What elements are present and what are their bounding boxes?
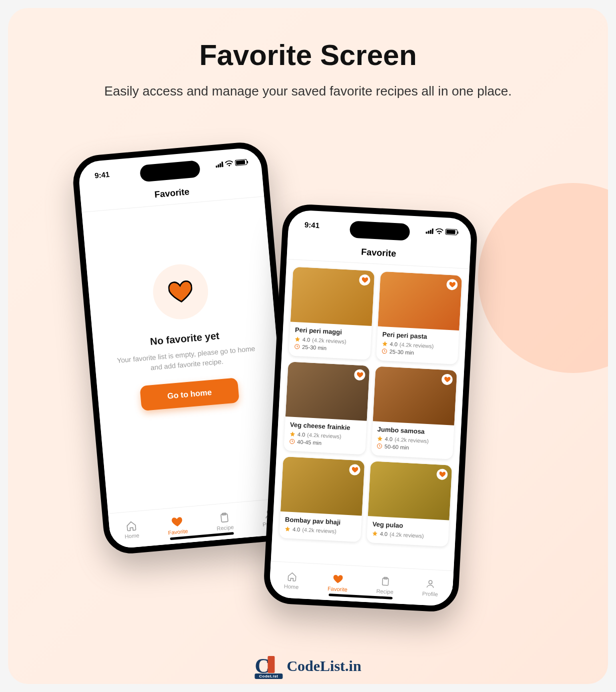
recipe-rating: 4.0	[385, 436, 393, 442]
nav-item-profile[interactable]: Profile	[422, 578, 438, 598]
recipe-card[interactable]: Peri peri maggi 4.0 (4.2k reviews) 25-30…	[288, 267, 374, 360]
nav-label: Favorite	[168, 528, 188, 536]
clipboard-icon	[218, 512, 230, 524]
wifi-icon	[225, 160, 234, 166]
recipe-reviews: (4.2k reviews)	[312, 337, 346, 345]
app-header-title: Favorite	[154, 186, 190, 200]
recipe-title: Jumbo samosa	[377, 426, 449, 436]
nav-label: Recipe	[216, 524, 234, 532]
recipe-title: Bombay pav bhaji	[285, 516, 357, 526]
recipe-rating: 4.0	[390, 341, 398, 348]
home-icon	[286, 571, 298, 582]
nav-label: Home	[284, 583, 299, 590]
signal-icon	[216, 162, 224, 168]
svg-point-9	[429, 580, 432, 584]
recipe-time: 25-30 min	[390, 348, 414, 356]
nav-item-recipe[interactable]: Recipe	[216, 512, 234, 532]
app-header-title: Favorite	[361, 247, 396, 260]
promo-canvas: Favorite Screen Easily access and manage…	[8, 8, 608, 684]
recipe-time: 40-45 min	[297, 438, 322, 446]
recipe-grid[interactable]: Peri peri maggi 4.0 (4.2k reviews) 25-30…	[272, 260, 469, 554]
recipe-card[interactable]: Veg cheese frainkie 4.0 (4.2k reviews) 4…	[284, 362, 370, 454]
recipe-rating: 4.0	[380, 530, 388, 537]
nav-label: Favorite	[328, 586, 348, 592]
status-time: 9:41	[304, 220, 320, 230]
heart-icon	[168, 280, 194, 304]
nav-label: Home	[124, 532, 140, 540]
recipe-time: 50-60 min	[384, 444, 409, 451]
phone-mock-empty: 9:41 Favorite No favorite yet	[71, 140, 300, 556]
watermark: C CodeList CodeList.in	[254, 656, 361, 676]
phone-side-button	[78, 263, 82, 293]
battery-icon	[445, 228, 458, 235]
nav-item-home[interactable]: Home	[284, 570, 300, 590]
dynamic-island	[350, 220, 410, 240]
nav-item-home[interactable]: Home	[124, 520, 140, 540]
recipe-reviews: (4.2k reviews)	[390, 531, 424, 539]
recipe-title: Veg pulao	[372, 520, 444, 532]
wifi-icon	[435, 228, 444, 234]
empty-state-description: Your favorite list is empty, please go t…	[94, 342, 278, 378]
phone-side-button	[82, 302, 86, 332]
clipboard-icon	[380, 576, 391, 587]
recipe-reviews: (4.2k reviews)	[394, 436, 429, 444]
recipe-title: Peri peri maggi	[295, 326, 367, 337]
home-icon	[125, 520, 137, 532]
watermark-text: CodeList.in	[286, 658, 361, 674]
battery-icon	[235, 159, 248, 166]
recipe-rating-row: 4.0 (4.2k reviews)	[372, 530, 444, 540]
recipe-reviews: (4.2k reviews)	[400, 342, 434, 350]
nav-label: Recipe	[376, 588, 394, 595]
nav-item-favorite[interactable]: Favorite	[328, 573, 348, 592]
recipe-rating: 4.0	[302, 336, 310, 343]
watermark-tag: CodeList	[254, 674, 282, 679]
nav-item-recipe[interactable]: Recipe	[376, 576, 394, 595]
page-title: Favorite Screen	[8, 38, 608, 72]
recipe-rating: 4.0	[292, 526, 300, 532]
status-time: 9:41	[94, 170, 110, 180]
recipe-card[interactable]: Jumbo samosa 4.0 (4.2k reviews) 50-60 mi…	[371, 366, 457, 459]
heart-icon	[171, 516, 183, 528]
recipe-card[interactable]: Veg pulao 4.0 (4.2k reviews)	[366, 461, 452, 546]
profile-icon	[425, 578, 436, 590]
recipe-card[interactable]: Peri peri pasta 4.0 (4.2k reviews) 25-30…	[376, 272, 462, 364]
empty-state-title: No favorite yet	[150, 330, 220, 348]
watermark-logo: C CodeList	[254, 656, 282, 676]
recipe-title: Veg cheese frainkie	[290, 421, 362, 432]
recipe-reviews: (4.2k reviews)	[302, 526, 336, 534]
nav-label: Profile	[422, 590, 438, 598]
phone-side-button	[76, 233, 79, 253]
empty-state-icon-bg	[151, 262, 210, 322]
decorative-circle	[478, 183, 608, 373]
recipe-title: Peri peri pasta	[382, 330, 454, 342]
signal-icon	[426, 228, 434, 234]
recipe-time: 25-30 min	[302, 344, 326, 352]
phone-mock-grid: 9:41 Favorite Peri peri maggi 4.0 (4.2k …	[262, 203, 478, 612]
go-to-home-button[interactable]: Go to home	[140, 378, 240, 411]
heart-icon	[332, 574, 344, 585]
nav-item-favorite[interactable]: Favorite	[166, 516, 188, 536]
page-subtitle: Easily access and manage your saved favo…	[8, 84, 608, 99]
recipe-rating: 4.0	[298, 431, 306, 438]
recipe-card[interactable]: Bombay pav bhaji 4.0 (4.2k reviews)	[279, 456, 364, 542]
recipe-rating-row: 4.0 (4.2k reviews)	[284, 526, 356, 535]
recipe-reviews: (4.2k reviews)	[307, 432, 342, 440]
